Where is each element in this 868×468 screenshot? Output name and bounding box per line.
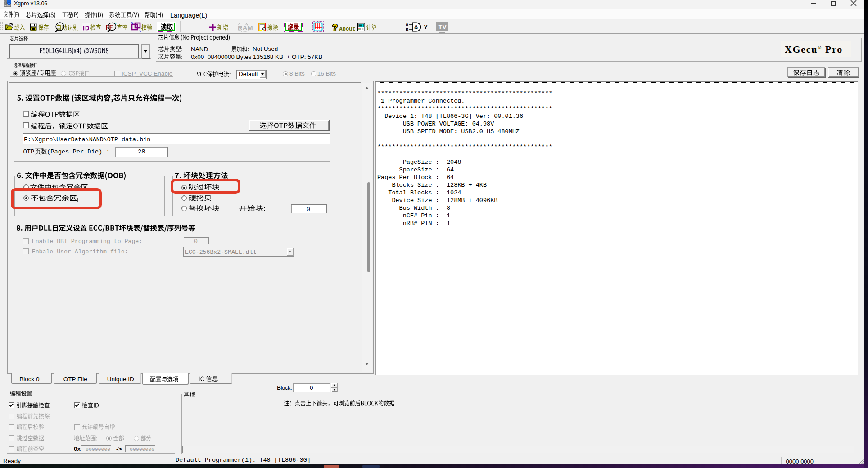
svg-text:&: & bbox=[414, 24, 418, 31]
svg-text:B: B bbox=[406, 27, 408, 32]
svg-text:Y: Y bbox=[424, 25, 428, 31]
svg-text:A: A bbox=[406, 22, 408, 27]
